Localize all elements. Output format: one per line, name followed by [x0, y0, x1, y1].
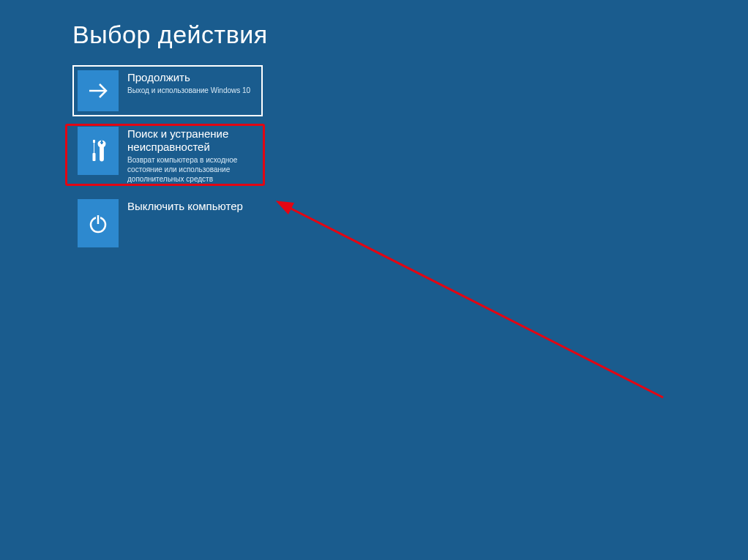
tile-shutdown-title: Выключить компьютер — [127, 200, 243, 213]
tile-continue-title: Продолжить — [127, 71, 250, 84]
tile-troubleshoot-title: Поиск и устранение неисправностей — [127, 127, 258, 154]
page-title: Выбор действия — [72, 20, 748, 49]
tile-continue-desc: Выход и использование Windows 10 — [127, 86, 250, 95]
tile-list: Продолжить Выход и использование Windows… — [72, 65, 263, 253]
tile-troubleshoot-desc: Возврат компьютера в исходное состояние … — [127, 155, 258, 184]
tools-icon — [78, 127, 119, 175]
tile-shutdown[interactable]: Выключить компьютер — [72, 194, 263, 253]
svg-rect-3 — [93, 153, 96, 161]
arrow-right-icon — [78, 70, 119, 111]
svg-rect-4 — [101, 141, 102, 144]
power-icon — [78, 199, 119, 247]
tile-troubleshoot[interactable]: Поиск и устранение неисправностей Возвра… — [72, 122, 263, 189]
svg-rect-1 — [93, 140, 95, 143]
svg-rect-2 — [94, 143, 94, 153]
tile-continue[interactable]: Продолжить Выход и использование Windows… — [72, 65, 263, 116]
